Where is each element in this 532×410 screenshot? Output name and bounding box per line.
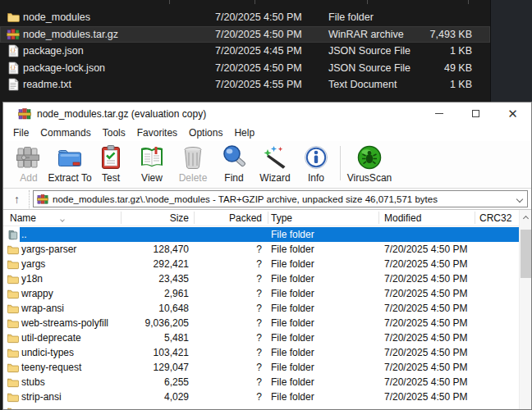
entry-name: undici-types: [21, 345, 74, 360]
close-button[interactable]: ✕: [494, 102, 531, 125]
header-divider[interactable]: [268, 212, 268, 224]
explorer-file-row[interactable]: readme.txt 7/20/2025 4:55 PM Text Docume…: [0, 76, 532, 93]
explorer-file-row[interactable]: {} package-lock.json 7/20/2025 4:50 PM J…: [0, 60, 532, 77]
column-header-type[interactable]: Type: [271, 210, 292, 226]
folder-icon: [7, 345, 21, 360]
entry-type: File folder: [271, 301, 314, 316]
entry-size: 4,029: [107, 390, 189, 404]
list-header: Name Size Packed Type Modified CRC32: [3, 210, 519, 226]
entry-packed: [200, 227, 262, 242]
add-button[interactable]: Add: [8, 144, 49, 184]
menu-favorites[interactable]: Favorites: [131, 125, 183, 140]
file-date-modified: 7/20/2025 4:45 PM: [215, 43, 302, 60]
entry-packed: ?: [200, 271, 262, 286]
archive-icon: [37, 194, 48, 205]
explorer-file-row[interactable]: node_modules 7/20/2025 4:50 PM File fold…: [0, 9, 532, 26]
entry-type: File folder: [271, 257, 314, 271]
view-icon: [139, 144, 165, 171]
archive-file-row[interactable]: stubs 6,255 ? File folder 7/20/2025 4:50…: [3, 375, 519, 390]
folder-icon: [7, 242, 21, 257]
folder-icon: [7, 9, 21, 26]
entry-size: [107, 227, 189, 242]
column-header-size[interactable]: Size: [110, 210, 189, 226]
entry-packed: ?: [200, 316, 262, 330]
entry-modified: 7/20/2025 4:50 PM: [384, 375, 467, 390]
scroll-up-button[interactable]: [520, 210, 532, 226]
minimize-button[interactable]: [420, 102, 457, 125]
explorer-file-row[interactable]: node_modules.tar.gz 7/20/2025 4:50 PM Wi…: [0, 26, 532, 43]
column-header-modified[interactable]: Modified: [384, 210, 421, 226]
virusscan-icon: [356, 144, 383, 171]
archive-file-row[interactable]: teeny-request 129,047 ? File folder 7/20…: [3, 360, 519, 375]
entry-modified: 7/20/2025 4:50 PM: [384, 360, 467, 375]
toolbar-button-label: Find: [224, 172, 243, 184]
maximize-icon: [472, 110, 479, 117]
column-header-packed[interactable]: Packed: [200, 210, 262, 226]
archive-file-row[interactable]: yargs-parser 128,470 ? File folder 7/20/…: [3, 242, 519, 257]
menu-tools[interactable]: Tools: [97, 125, 131, 140]
entry-modified: 7/20/2025 4:50 PM: [384, 242, 467, 257]
up-one-level-button[interactable]: ↑: [5, 190, 30, 208]
entry-name: stubs: [21, 375, 45, 390]
entry-size: [107, 404, 189, 410]
virusscan-button[interactable]: VirusScan: [344, 144, 395, 184]
maximize-button[interactable]: [457, 102, 494, 125]
delete-button[interactable]: Delete: [172, 144, 213, 184]
extract-to-button[interactable]: Extract To: [49, 144, 90, 184]
archive-file-row[interactable]: strip-ansi 4,029 ? File folder 7/20/2025…: [3, 390, 519, 404]
entry-packed: ?: [200, 301, 262, 316]
archive-file-row[interactable]: .. File folder: [3, 227, 519, 242]
combobox-dropdown-icon[interactable]: [516, 195, 523, 202]
header-divider[interactable]: [378, 212, 379, 224]
archive-file-row[interactable]: yargs 292,421 ? File folder 7/20/2025 4:…: [3, 257, 519, 271]
test-button[interactable]: Test: [90, 144, 131, 184]
scrollbar-thumb[interactable]: [521, 230, 531, 278]
file-name: node_modules.tar.gz: [23, 26, 118, 43]
entry-type: File folder: [271, 390, 314, 404]
entry-type: File folder: [271, 286, 314, 301]
entry-packed: ?: [200, 360, 262, 375]
archive-file-row[interactable]: web-streams-polyfill 9,036,205 ? File fo…: [3, 316, 519, 330]
menu-file[interactable]: File: [7, 125, 34, 140]
info-button[interactable]: Info: [296, 144, 337, 184]
archive-file-row[interactable]: wrappy 2,961 ? File folder 7/20/2025 4:5…: [3, 286, 519, 301]
wizard-button[interactable]: Wizard: [255, 144, 296, 184]
explorer-file-row[interactable]: {} package.json 7/20/2025 4:45 PM JSON S…: [0, 43, 532, 60]
archive-file-row[interactable]: undici-types 103,421 ? File folder 7/20/…: [3, 345, 519, 360]
find-button[interactable]: Find: [213, 144, 255, 184]
menu-commands[interactable]: Commands: [34, 125, 96, 140]
entry-packed: ?: [200, 330, 262, 345]
header-divider[interactable]: [475, 212, 475, 224]
test-icon: [98, 144, 124, 171]
archive-file-row[interactable]: y18n 23,435 ? File folder 7/20/2025 4:50…: [3, 271, 519, 286]
wizard-icon: [262, 144, 288, 171]
header-divider[interactable]: [194, 212, 195, 224]
column-header-crc32[interactable]: CRC32: [479, 210, 511, 226]
minimize-icon: [435, 113, 443, 115]
sort-indicator-icon: [61, 212, 64, 224]
entry-type: File folder: [271, 227, 314, 242]
archive-file-row[interactable]: util-deprecate 5,481 ? File folder 7/20/…: [3, 330, 519, 345]
entry-type: File folder: [271, 360, 314, 375]
archive-path-combobox[interactable]: node_modules.tar.gz\.\node_modules - TAR…: [33, 190, 528, 207]
entry-modified: 7/20/2025 4:50 PM: [384, 257, 467, 271]
menu-help[interactable]: Help: [228, 125, 260, 140]
file-size: 7,493 KB: [378, 26, 472, 43]
entry-type: File folder: [271, 271, 314, 286]
vertical-scrollbar[interactable]: [519, 210, 531, 409]
find-icon: [221, 144, 247, 171]
column-header-name[interactable]: Name: [10, 210, 36, 226]
entry-size: 5,481: [107, 330, 189, 345]
explorer-column-divider: [255, 0, 255, 4]
entry-size: 10,648: [107, 301, 189, 316]
file-size: [378, 9, 472, 26]
entry-packed: ?: [200, 286, 262, 301]
archive-file-row[interactable]: wrap-ansi 10,648 ? File folder 7/20/2025…: [3, 301, 519, 316]
entry-size: 9,036,205: [107, 316, 189, 330]
header-divider[interactable]: [121, 212, 122, 224]
titlebar[interactable]: node_modules.tar.gz (evaluation copy) ✕: [3, 102, 531, 125]
archive-file-row[interactable]: [3, 404, 519, 410]
view-button[interactable]: View: [131, 144, 172, 184]
menu-options[interactable]: Options: [183, 125, 228, 140]
entry-modified: 7/20/2025 4:50 PM: [384, 271, 467, 286]
